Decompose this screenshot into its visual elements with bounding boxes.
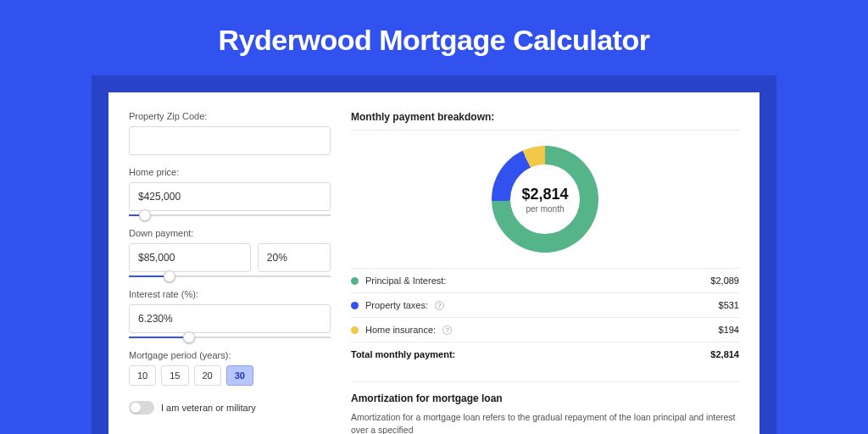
legend-value: $194 bbox=[719, 325, 739, 335]
legend-total: Total monthly payment: $2,814 bbox=[351, 342, 739, 366]
down-payment-slider-thumb[interactable] bbox=[164, 270, 175, 282]
dot-icon bbox=[351, 326, 359, 334]
period-option-15[interactable]: 15 bbox=[161, 365, 188, 386]
amortization-title: Amortization for mortgage loan bbox=[351, 381, 739, 404]
legend-label: Principal & Interest: bbox=[365, 275, 446, 286]
info-icon[interactable]: ? bbox=[442, 326, 452, 335]
legend-label: Property taxes: bbox=[365, 300, 428, 310]
down-payment-percent-input[interactable] bbox=[258, 243, 331, 272]
home-price-input[interactable] bbox=[129, 182, 331, 211]
legend-insurance: Home insurance: ? $194 bbox=[351, 317, 739, 342]
donut-sub: per month bbox=[526, 204, 564, 214]
interest-rate-label: Interest rate (%): bbox=[129, 289, 331, 299]
page-title: Ryderwood Mortgage Calculator bbox=[0, 0, 868, 75]
interest-rate-slider[interactable] bbox=[129, 337, 331, 338]
legend-principal: Principal & Interest: $2,089 bbox=[351, 268, 739, 292]
veteran-toggle[interactable] bbox=[129, 401, 154, 415]
home-price-label: Home price: bbox=[129, 167, 331, 177]
interest-rate-slider-thumb[interactable] bbox=[183, 331, 195, 343]
home-price-slider[interactable] bbox=[129, 214, 331, 216]
amortization-body: Amortization for a mortgage loan refers … bbox=[351, 411, 739, 434]
donut-chart-wrap: $2,814 per month bbox=[351, 139, 739, 268]
donut-center: $2,814 per month bbox=[492, 146, 598, 253]
breakdown-title: Monthly payment breakdown: bbox=[351, 111, 739, 131]
interest-rate-slider-fill bbox=[129, 337, 189, 338]
down-payment-amount-input[interactable] bbox=[129, 243, 251, 272]
legend-taxes: Property taxes: ? $531 bbox=[351, 292, 739, 317]
mortgage-period-label: Mortgage period (years): bbox=[129, 350, 331, 360]
legend-label: Home insurance: bbox=[365, 325, 436, 335]
mortgage-period-field: Mortgage period (years): 10 15 20 30 bbox=[129, 350, 331, 386]
period-option-10[interactable]: 10 bbox=[129, 365, 156, 386]
legend-value: $2,089 bbox=[710, 275, 739, 286]
zip-field: Property Zip Code: bbox=[129, 111, 331, 155]
breakdown-column: Monthly payment breakdown: $2,814 per mo… bbox=[351, 111, 739, 434]
down-payment-label: Down payment: bbox=[129, 228, 331, 238]
info-icon[interactable]: ? bbox=[435, 301, 444, 310]
veteran-row: I am veteran or military bbox=[129, 401, 331, 415]
mortgage-period-options: 10 15 20 30 bbox=[129, 365, 331, 386]
calculator-card: Property Zip Code: Home price: Down paym… bbox=[108, 92, 760, 434]
period-option-30[interactable]: 30 bbox=[226, 365, 253, 386]
down-payment-field: Down payment: bbox=[129, 228, 331, 277]
zip-input[interactable] bbox=[129, 126, 331, 155]
total-label: Total monthly payment: bbox=[351, 349, 455, 359]
home-price-field: Home price: bbox=[129, 167, 331, 216]
content-stripe: Property Zip Code: Home price: Down paym… bbox=[92, 75, 776, 434]
dot-icon bbox=[351, 302, 359, 309]
zip-label: Property Zip Code: bbox=[129, 111, 331, 121]
donut-chart: $2,814 per month bbox=[492, 146, 598, 253]
interest-rate-field: Interest rate (%): bbox=[129, 289, 331, 338]
legend-value: $531 bbox=[719, 300, 739, 310]
veteran-label: I am veteran or military bbox=[161, 403, 256, 413]
down-payment-slider[interactable] bbox=[129, 275, 331, 277]
dot-icon bbox=[351, 277, 359, 285]
period-option-20[interactable]: 20 bbox=[194, 365, 221, 386]
inputs-column: Property Zip Code: Home price: Down paym… bbox=[129, 111, 331, 434]
donut-amount: $2,814 bbox=[521, 186, 568, 203]
total-value: $2,814 bbox=[710, 349, 739, 359]
home-price-slider-thumb[interactable] bbox=[139, 209, 151, 221]
interest-rate-input[interactable] bbox=[129, 304, 331, 333]
